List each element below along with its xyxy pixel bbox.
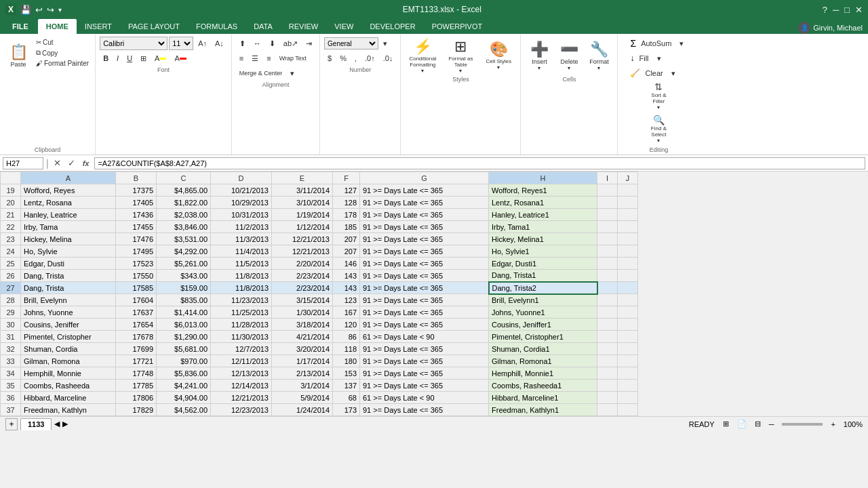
tab-view[interactable]: VIEW	[326, 19, 361, 34]
cell-a[interactable]: Lentz, Rosana	[21, 197, 116, 209]
cell-j[interactable]	[618, 270, 638, 282]
cell-c[interactable]: $343.00	[157, 270, 211, 282]
cell-b[interactable]: 17678	[116, 331, 157, 343]
cell-b[interactable]: 17375	[116, 184, 157, 197]
cell-a[interactable]: Hickey, Melina	[21, 233, 116, 245]
cell-b[interactable]: 17405	[116, 197, 157, 209]
cell-h[interactable]: Coombs, Rasheeda1	[489, 380, 597, 392]
cell-c[interactable]: $1,414.00	[157, 306, 211, 319]
underline-btn[interactable]: U	[123, 52, 136, 65]
paste-button[interactable]: 📋 Paste	[4, 37, 33, 75]
cell-e[interactable]: 12/21/2013	[272, 233, 333, 245]
cell-g[interactable]: 91 >= Days Late <= 365	[360, 270, 489, 282]
cell-g[interactable]: 91 >= Days Late <= 365	[360, 184, 489, 197]
align-middle-btn[interactable]: ↔	[250, 37, 264, 50]
tab-formulas[interactable]: FORMULAS	[188, 19, 245, 34]
format-dropdown[interactable]: ▾	[597, 65, 600, 71]
scroll-left-btn[interactable]: ◀	[54, 420, 60, 428]
cell-d[interactable]: 12/7/2013	[211, 343, 272, 355]
cell-f[interactable]: 178	[333, 209, 360, 221]
autosum-btn[interactable]: AutoSum	[637, 37, 675, 50]
cell-b[interactable]: 17476	[116, 233, 157, 245]
cancel-formula-btn[interactable]: ✕	[52, 158, 63, 168]
user-account[interactable]: 👤 Girvin, Michael	[793, 22, 868, 34]
format-painter-button[interactable]: 🖌 Format Painter	[34, 59, 91, 68]
cell-a[interactable]: Edgar, Dusti	[21, 258, 116, 270]
cell-c[interactable]: $6,013.00	[157, 319, 211, 331]
cell-e[interactable]: 3/1/2014	[272, 380, 333, 392]
cell-j[interactable]	[618, 331, 638, 343]
cell-g[interactable]: 91 >= Days Late <= 365	[360, 245, 489, 258]
cell-g[interactable]: 91 >= Days Late <= 365	[360, 380, 489, 392]
cell-g[interactable]: 91 >= Days Late <= 365	[360, 221, 489, 233]
delete-btn[interactable]: ➖ Delete ▾	[555, 37, 583, 75]
row-header[interactable]: 21	[1, 209, 21, 221]
zoom-slider[interactable]	[782, 423, 823, 426]
tab-powerpivot[interactable]: POWERPIVOT	[424, 19, 491, 34]
cell-b[interactable]: 17436	[116, 209, 157, 221]
cell-g[interactable]: 91 >= Days Late <= 365	[360, 282, 489, 294]
cell-e[interactable]: 2/23/2014	[272, 270, 333, 282]
align-left-btn[interactable]: ≡	[236, 52, 247, 65]
cell-g[interactable]: 91 >= Days Late <= 365	[360, 319, 489, 331]
align-bottom-btn[interactable]: ⬇	[266, 37, 279, 50]
cell-c[interactable]: $5,261.00	[157, 258, 211, 270]
cell-a[interactable]: Irby, Tama	[21, 221, 116, 233]
row-header[interactable]: 24	[1, 245, 21, 258]
row-header[interactable]: 32	[1, 343, 21, 355]
tab-review[interactable]: REVIEW	[281, 19, 326, 34]
format-btn[interactable]: 🔧 Format ▾	[585, 37, 613, 75]
cell-e[interactable]: 3/15/2014	[272, 294, 333, 306]
cell-f[interactable]: 143	[333, 270, 360, 282]
decrease-font-btn[interactable]: A↓	[212, 37, 227, 50]
format-table-dropdown[interactable]: ▾	[459, 68, 462, 74]
cell-i[interactable]	[597, 209, 618, 221]
orientation-btn[interactable]: ab↗	[280, 37, 301, 50]
cell-j[interactable]	[618, 233, 638, 245]
cell-b[interactable]: 17806	[116, 392, 157, 404]
row-header[interactable]: 34	[1, 367, 21, 380]
insert-dropdown[interactable]: ▾	[538, 65, 540, 71]
cell-j[interactable]	[618, 343, 638, 355]
cell-c[interactable]: $4,241.00	[157, 380, 211, 392]
cell-f[interactable]: 153	[333, 367, 360, 380]
find-select-btn[interactable]: 🔍 Find & Select ▾	[644, 113, 673, 145]
cell-j[interactable]	[618, 404, 638, 416]
decrease-decimal-btn[interactable]: .0↓	[380, 52, 397, 65]
row-header[interactable]: 37	[1, 404, 21, 416]
cell-i[interactable]	[597, 367, 618, 380]
cell-g[interactable]: 91 >= Days Late <= 365	[360, 258, 489, 270]
conditional-formatting-btn[interactable]: ⚡ Conditional Formatting ▾	[405, 37, 440, 75]
sort-dropdown[interactable]: ▾	[657, 104, 660, 110]
sort-filter-btn[interactable]: ⇅ Sort & Filter ▾	[644, 80, 673, 112]
help-icon[interactable]: ?	[823, 5, 827, 15]
cell-h[interactable]: Gilman, Romona1	[489, 355, 597, 367]
cell-d[interactable]: 11/8/2013	[211, 270, 272, 282]
row-header[interactable]: 35	[1, 380, 21, 392]
cell-b[interactable]: 17604	[116, 294, 157, 306]
cell-a[interactable]: Hemphill, Monnie	[21, 367, 116, 380]
col-header-i[interactable]: I	[597, 172, 618, 184]
minimize-btn[interactable]: ─	[833, 5, 839, 15]
col-header-d[interactable]: D	[211, 172, 272, 184]
cell-d[interactable]: 12/23/2013	[211, 404, 272, 416]
cell-g[interactable]: 91 >= Days Late <= 365	[360, 355, 489, 367]
cell-i[interactable]	[597, 392, 618, 404]
cell-c[interactable]: $159.00	[157, 282, 211, 294]
format-as-table-btn[interactable]: ⊞ Format as Table ▾	[443, 37, 478, 75]
sheet-tab-1133[interactable]: 1133	[20, 418, 52, 430]
cell-i[interactable]	[597, 258, 618, 270]
cell-d[interactable]: 10/29/2013	[211, 197, 272, 209]
add-sheet-btn[interactable]: +	[5, 418, 18, 430]
cell-h[interactable]: Brill, Evelynn1	[489, 294, 597, 306]
cell-i[interactable]	[597, 197, 618, 209]
cell-f[interactable]: 137	[333, 380, 360, 392]
zoom-in-btn[interactable]: +	[831, 420, 835, 428]
cell-d[interactable]: 11/28/2013	[211, 319, 272, 331]
cell-e[interactable]: 1/12/2014	[272, 221, 333, 233]
cell-j[interactable]	[618, 294, 638, 306]
cell-h[interactable]: Edgar, Dusti1	[489, 258, 597, 270]
cell-c[interactable]: $3,846.00	[157, 221, 211, 233]
formula-input[interactable]	[94, 157, 865, 169]
cell-e[interactable]: 12/21/2013	[272, 245, 333, 258]
